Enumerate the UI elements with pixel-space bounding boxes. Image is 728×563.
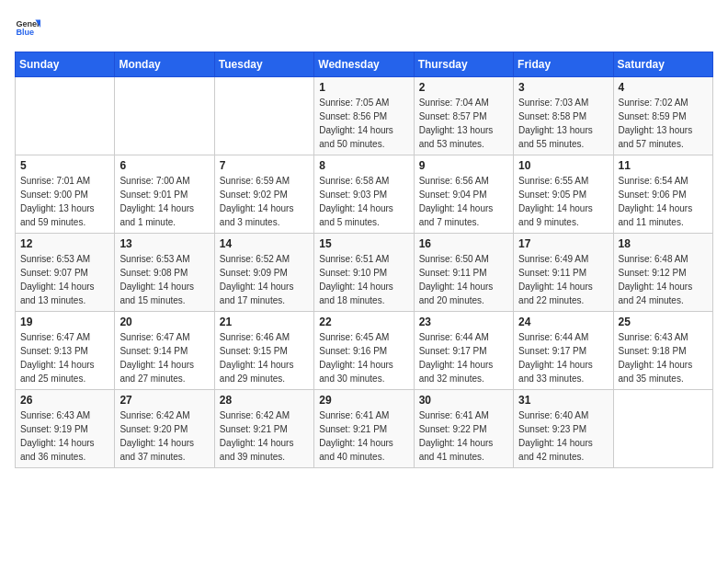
day-info: Sunrise: 6:47 AMSunset: 9:14 PMDaylight:… (119, 330, 209, 385)
calendar-week-row: 26Sunrise: 6:43 AMSunset: 9:19 PMDayligh… (16, 390, 713, 468)
day-info: Sunrise: 6:41 AMSunset: 9:22 PMDaylight:… (419, 408, 508, 464)
day-number: 7 (220, 159, 309, 172)
day-number: 20 (119, 316, 209, 328)
calendar-cell: 23Sunrise: 6:44 AMSunset: 9:17 PMDayligh… (414, 312, 513, 390)
day-number: 15 (319, 237, 408, 250)
calendar-cell: 11Sunrise: 6:54 AMSunset: 9:06 PMDayligh… (613, 155, 712, 234)
day-info: Sunrise: 6:45 AMSunset: 9:16 PMDaylight:… (319, 330, 408, 385)
day-number: 17 (518, 237, 608, 250)
day-number: 28 (220, 394, 309, 407)
calendar-cell: 20Sunrise: 6:47 AMSunset: 9:14 PMDayligh… (115, 312, 214, 390)
day-number: 25 (619, 316, 708, 328)
weekday-header: Friday (514, 52, 613, 77)
day-number: 4 (619, 81, 708, 94)
day-number: 9 (419, 159, 508, 172)
day-number: 5 (20, 159, 109, 172)
calendar-cell: 17Sunrise: 6:49 AMSunset: 9:11 PMDayligh… (514, 234, 613, 312)
calendar-week-row: 1Sunrise: 7:05 AMSunset: 8:56 PMDaylight… (16, 77, 713, 155)
calendar-cell: 5Sunrise: 7:01 AMSunset: 9:00 PMDaylight… (16, 155, 115, 234)
calendar-cell: 22Sunrise: 6:45 AMSunset: 9:16 PMDayligh… (314, 312, 414, 390)
day-info: Sunrise: 6:56 AMSunset: 9:04 PMDaylight:… (419, 174, 508, 229)
day-number: 14 (220, 237, 309, 250)
weekday-header: Tuesday (214, 52, 313, 77)
calendar-cell: 6Sunrise: 7:00 AMSunset: 9:01 PMDaylight… (115, 155, 214, 234)
day-info: Sunrise: 7:05 AMSunset: 8:56 PMDaylight:… (319, 96, 408, 151)
weekday-header: Wednesday (314, 52, 414, 77)
day-info: Sunrise: 7:00 AMSunset: 9:01 PMDaylight:… (119, 174, 209, 229)
calendar-week-row: 12Sunrise: 6:53 AMSunset: 9:07 PMDayligh… (16, 234, 713, 312)
logo: General Blue (15, 15, 40, 40)
day-number: 2 (419, 81, 508, 94)
day-info: Sunrise: 6:43 AMSunset: 9:19 PMDaylight:… (20, 408, 109, 464)
day-info: Sunrise: 6:55 AMSunset: 9:05 PMDaylight:… (518, 174, 608, 229)
calendar-cell: 13Sunrise: 6:53 AMSunset: 9:08 PMDayligh… (115, 234, 214, 312)
day-number: 3 (518, 81, 608, 94)
day-info: Sunrise: 7:02 AMSunset: 8:59 PMDaylight:… (619, 96, 708, 151)
day-info: Sunrise: 7:04 AMSunset: 8:57 PMDaylight:… (419, 96, 508, 151)
calendar-cell: 26Sunrise: 6:43 AMSunset: 9:19 PMDayligh… (16, 390, 115, 468)
day-info: Sunrise: 7:03 AMSunset: 8:58 PMDaylight:… (518, 96, 608, 151)
calendar-cell: 28Sunrise: 6:42 AMSunset: 9:21 PMDayligh… (214, 390, 313, 468)
calendar-cell: 2Sunrise: 7:04 AMSunset: 8:57 PMDaylight… (414, 77, 513, 155)
calendar-cell: 25Sunrise: 6:43 AMSunset: 9:18 PMDayligh… (613, 312, 712, 390)
day-number: 24 (518, 316, 608, 328)
calendar-cell: 1Sunrise: 7:05 AMSunset: 8:56 PMDaylight… (314, 77, 414, 155)
day-number: 16 (419, 237, 508, 250)
weekday-header: Saturday (613, 52, 712, 77)
day-number: 18 (619, 237, 708, 250)
calendar-cell (16, 77, 115, 155)
calendar-cell: 27Sunrise: 6:42 AMSunset: 9:20 PMDayligh… (115, 390, 214, 468)
page-header: General Blue (15, 15, 713, 40)
day-info: Sunrise: 6:47 AMSunset: 9:13 PMDaylight:… (20, 330, 109, 385)
svg-text:Blue: Blue (16, 28, 34, 37)
calendar-cell: 8Sunrise: 6:58 AMSunset: 9:03 PMDaylight… (314, 155, 414, 234)
day-number: 21 (220, 316, 309, 328)
day-number: 23 (419, 316, 508, 328)
calendar-cell: 29Sunrise: 6:41 AMSunset: 9:21 PMDayligh… (314, 390, 414, 468)
day-info: Sunrise: 6:51 AMSunset: 9:10 PMDaylight:… (319, 252, 408, 307)
day-number: 26 (20, 394, 109, 407)
calendar-cell: 7Sunrise: 6:59 AMSunset: 9:02 PMDaylight… (214, 155, 313, 234)
day-number: 11 (619, 159, 708, 172)
day-info: Sunrise: 6:50 AMSunset: 9:11 PMDaylight:… (419, 252, 508, 307)
calendar-cell: 19Sunrise: 6:47 AMSunset: 9:13 PMDayligh… (16, 312, 115, 390)
calendar-cell: 12Sunrise: 6:53 AMSunset: 9:07 PMDayligh… (16, 234, 115, 312)
day-info: Sunrise: 6:48 AMSunset: 9:12 PMDaylight:… (619, 252, 708, 307)
day-info: Sunrise: 6:44 AMSunset: 9:17 PMDaylight:… (518, 330, 608, 385)
day-number: 31 (518, 394, 608, 407)
calendar-cell: 16Sunrise: 6:50 AMSunset: 9:11 PMDayligh… (414, 234, 513, 312)
day-number: 12 (20, 237, 109, 250)
calendar-cell: 4Sunrise: 7:02 AMSunset: 8:59 PMDaylight… (613, 77, 712, 155)
day-number: 19 (20, 316, 109, 328)
day-info: Sunrise: 6:41 AMSunset: 9:21 PMDaylight:… (319, 408, 408, 464)
day-info: Sunrise: 6:53 AMSunset: 9:08 PMDaylight:… (119, 252, 209, 307)
weekday-header: Sunday (16, 52, 115, 77)
calendar-cell (214, 77, 313, 155)
calendar-table: SundayMondayTuesdayWednesdayThursdayFrid… (15, 52, 713, 468)
logo-icon: General Blue (15, 15, 40, 40)
day-number: 13 (119, 237, 209, 250)
calendar-header: SundayMondayTuesdayWednesdayThursdayFrid… (16, 52, 713, 77)
calendar-cell: 30Sunrise: 6:41 AMSunset: 9:22 PMDayligh… (414, 390, 513, 468)
day-number: 10 (518, 159, 608, 172)
weekday-row: SundayMondayTuesdayWednesdayThursdayFrid… (16, 52, 713, 77)
day-number: 29 (319, 394, 408, 407)
calendar-cell: 9Sunrise: 6:56 AMSunset: 9:04 PMDaylight… (414, 155, 513, 234)
day-number: 30 (419, 394, 508, 407)
calendar-cell: 3Sunrise: 7:03 AMSunset: 8:58 PMDaylight… (514, 77, 613, 155)
day-number: 22 (319, 316, 408, 328)
day-number: 27 (119, 394, 209, 407)
calendar-cell: 15Sunrise: 6:51 AMSunset: 9:10 PMDayligh… (314, 234, 414, 312)
calendar-cell: 18Sunrise: 6:48 AMSunset: 9:12 PMDayligh… (613, 234, 712, 312)
day-info: Sunrise: 6:59 AMSunset: 9:02 PMDaylight:… (220, 174, 309, 229)
calendar-cell: 24Sunrise: 6:44 AMSunset: 9:17 PMDayligh… (514, 312, 613, 390)
weekday-header: Monday (115, 52, 214, 77)
calendar-week-row: 5Sunrise: 7:01 AMSunset: 9:00 PMDaylight… (16, 155, 713, 234)
day-number: 8 (319, 159, 408, 172)
day-info: Sunrise: 6:42 AMSunset: 9:20 PMDaylight:… (119, 408, 209, 464)
day-info: Sunrise: 6:42 AMSunset: 9:21 PMDaylight:… (220, 408, 309, 464)
day-number: 6 (119, 159, 209, 172)
day-info: Sunrise: 6:58 AMSunset: 9:03 PMDaylight:… (319, 174, 408, 229)
day-info: Sunrise: 6:53 AMSunset: 9:07 PMDaylight:… (20, 252, 109, 307)
day-info: Sunrise: 6:43 AMSunset: 9:18 PMDaylight:… (619, 330, 708, 385)
